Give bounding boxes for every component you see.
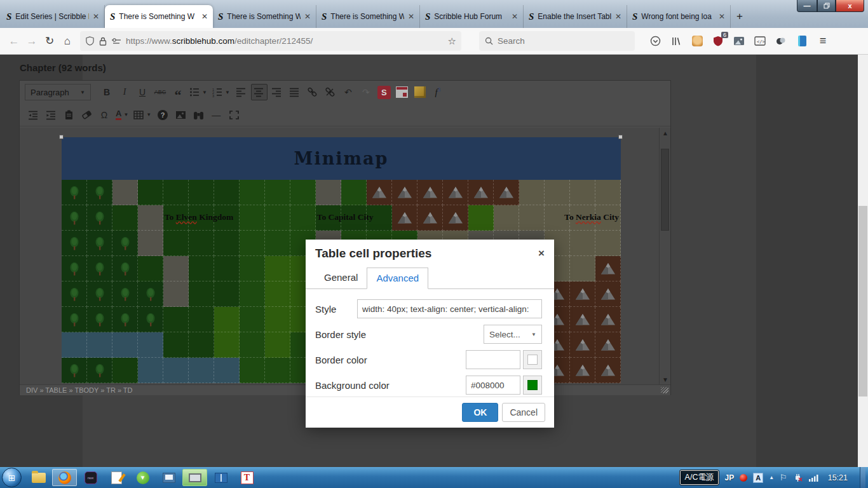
browser-tab[interactable]: SScribble Hub Forum✕ [420, 5, 524, 28]
map-cell[interactable] [138, 281, 163, 307]
map-cell[interactable] [138, 358, 163, 383]
map-cell[interactable] [265, 231, 290, 256]
map-cell[interactable] [519, 180, 545, 205]
map-cell[interactable] [494, 205, 519, 231]
map-cell[interactable] [112, 307, 138, 332]
ime-mode-indicator[interactable]: A [753, 473, 763, 483]
ublock-icon[interactable]: 6 [712, 35, 724, 48]
strikethrough-button[interactable]: ABC [152, 84, 168, 100]
map-cell[interactable] [417, 180, 443, 205]
clock[interactable]: 15:21 [828, 473, 848, 482]
tab-close-icon[interactable]: ✕ [304, 12, 311, 21]
bullet-list-button[interactable]: ▼ [187, 84, 209, 100]
editor-scrollbar[interactable]: ▲ ▼ [659, 128, 670, 384]
map-cell[interactable] [240, 332, 265, 358]
pocket-icon[interactable] [649, 35, 661, 48]
taskbar-panels-app-button[interactable] [208, 469, 233, 486]
map-cell[interactable] [214, 231, 240, 256]
search-bar[interactable]: Search [479, 31, 635, 51]
map-cell[interactable] [265, 358, 290, 383]
map-cell[interactable] [570, 231, 595, 256]
taskbar-screen-tool-button[interactable] [182, 469, 207, 486]
map-cell[interactable] [214, 281, 240, 307]
code-panel-icon[interactable]: </> [754, 35, 766, 48]
map-cell[interactable] [240, 231, 265, 256]
insert-link-button[interactable] [304, 84, 321, 100]
map-cell[interactable] [87, 332, 112, 358]
browser-tab[interactable]: SThere is Something W✕ [316, 5, 420, 28]
table-button[interactable]: ▼ [132, 107, 153, 123]
dialog-header[interactable]: Table cell properties × [306, 240, 554, 266]
map-cell[interactable] [595, 332, 621, 358]
background-color-input[interactable]: #008000 [466, 376, 520, 395]
power-source-button[interactable]: A/C電源 [680, 470, 719, 485]
url-bar[interactable]: https://www.scribblehub.com/editchapter/… [80, 31, 461, 51]
map-cell[interactable] [595, 307, 621, 332]
map-cell[interactable] [417, 205, 443, 231]
map-cell[interactable] [112, 332, 138, 358]
align-center-button[interactable] [251, 84, 268, 100]
map-cell[interactable] [87, 205, 112, 231]
bold-button[interactable]: B [98, 84, 115, 100]
map-cell[interactable] [163, 180, 189, 205]
map-cell[interactable] [240, 281, 265, 307]
browser-tab[interactable]: SThere is Something W✕ [105, 5, 213, 28]
map-cell[interactable] [189, 358, 214, 383]
undo-button[interactable]: ↶ [340, 84, 356, 100]
map-cell[interactable] [138, 205, 163, 231]
tab-advanced[interactable]: Advanced [367, 268, 428, 289]
map-cell[interactable] [545, 180, 570, 205]
map-cell[interactable] [163, 332, 189, 358]
ok-button[interactable]: OK [462, 403, 498, 422]
notebook-icon[interactable] [796, 35, 808, 48]
map-cell[interactable] [265, 256, 290, 281]
map-cell[interactable] [290, 205, 316, 231]
map-cell[interactable] [189, 256, 214, 281]
map-cell[interactable] [87, 358, 112, 383]
map-cell[interactable] [87, 180, 112, 205]
theme-circles-icon[interactable] [775, 35, 787, 48]
numbered-list-button[interactable]: 123▼ [210, 84, 232, 100]
power-plug-icon[interactable] [793, 473, 803, 482]
scribble-s-button[interactable]: S [376, 84, 393, 100]
action-center-flag-icon[interactable]: ⚐ [780, 473, 787, 482]
blockquote-button[interactable]: “ [170, 84, 186, 100]
reload-button[interactable]: ↻ [41, 32, 58, 50]
insert-image-button[interactable] [172, 107, 189, 123]
taskbar-projector-button[interactable] [156, 469, 181, 486]
map-cell[interactable] [87, 281, 112, 307]
scroll-up-icon[interactable]: ▲ [660, 128, 670, 138]
map-cell[interactable] [265, 281, 290, 307]
map-cell[interactable] [595, 180, 621, 205]
map-cell[interactable] [265, 307, 290, 332]
map-cell[interactable] [341, 180, 367, 205]
menu-icon[interactable]: ≡ [817, 35, 829, 48]
window-scrollbar-thumb[interactable] [858, 206, 867, 396]
tab-close-icon[interactable]: ✕ [719, 12, 725, 21]
minimize-button[interactable]: — [797, 0, 817, 12]
map-cell[interactable] [87, 256, 112, 281]
table-resize-handle[interactable] [618, 135, 623, 139]
map-cell[interactable] [138, 180, 163, 205]
map-cell[interactable] [240, 180, 265, 205]
forward-button[interactable]: → [23, 32, 41, 50]
tab-close-icon[interactable]: ✕ [201, 12, 208, 21]
underline-button[interactable]: U [134, 84, 151, 100]
permissions-icon[interactable] [111, 37, 121, 45]
background-color-picker-button[interactable] [523, 376, 542, 395]
find-replace-button[interactable] [190, 107, 207, 123]
dialog-close-icon[interactable]: × [538, 247, 545, 260]
remove-link-button[interactable] [322, 84, 339, 100]
window-scrollbar[interactable] [858, 55, 868, 467]
tab-close-icon[interactable]: ✕ [93, 12, 99, 21]
map-cell[interactable] [163, 256, 189, 281]
map-cell[interactable] [189, 231, 214, 256]
browser-tab[interactable]: SEnable the Insert Tabl✕ [524, 5, 627, 28]
map-cell[interactable] [62, 231, 87, 256]
map-cell[interactable] [265, 332, 290, 358]
map-cell[interactable] [112, 180, 138, 205]
map-cell[interactable] [214, 332, 240, 358]
map-cell[interactable] [468, 180, 494, 205]
outdent-button[interactable] [25, 107, 41, 123]
map-cell[interactable] [189, 180, 214, 205]
